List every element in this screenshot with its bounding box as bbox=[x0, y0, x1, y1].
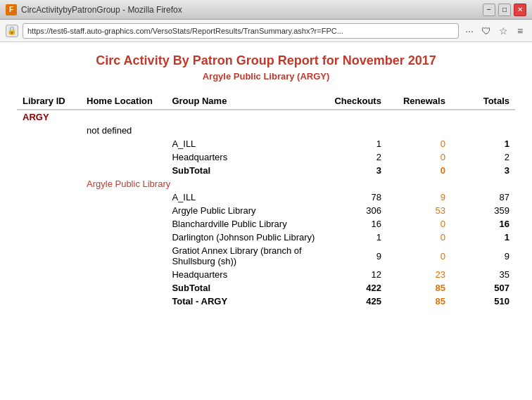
subtotal-label: SubTotal bbox=[166, 164, 323, 177]
renewals-cell: 53 bbox=[387, 204, 451, 217]
title-bar: F CircActivitybyPatronGroup - Mozilla Fi… bbox=[0, 0, 532, 20]
totals-cell: 2 bbox=[451, 150, 515, 164]
more-icon[interactable]: ··· bbox=[463, 25, 476, 37]
home-location-row: not defined bbox=[17, 124, 515, 137]
renewals-cell: 23 bbox=[387, 268, 451, 281]
checkouts-cell: 306 bbox=[323, 204, 387, 217]
report-subtitle: Argyle Public Library (ARGY) bbox=[17, 71, 515, 82]
subtotal-label: SubTotal bbox=[166, 281, 323, 295]
address-bar[interactable]: https://test6-staff.auto-graphics.com/Ve… bbox=[23, 23, 459, 39]
totals-cell: 16 bbox=[451, 217, 515, 231]
table-row: Gratiot Annex Library (branch of Shullsb… bbox=[17, 244, 515, 268]
shield-icon[interactable]: 🛡 bbox=[480, 25, 493, 37]
col-header-group-name: Group Name bbox=[166, 93, 323, 110]
checkouts-cell: 1 bbox=[323, 137, 387, 150]
table-row: Darlington (Johnson Public Library) 1 0 … bbox=[17, 231, 515, 244]
home-location-cell: Argyle Public Library bbox=[81, 177, 515, 191]
navigation-toolbar: 🔒 https://test6-staff.auto-graphics.com/… bbox=[0, 20, 532, 42]
library-id-row: ARGY bbox=[17, 110, 515, 124]
col-header-home-location: Home Location bbox=[81, 93, 166, 110]
renewals-cell: 0 bbox=[387, 137, 451, 150]
group-name-cell: Headquarters bbox=[166, 268, 323, 281]
window-title: CircActivitybyPatronGroup - Mozilla Fire… bbox=[21, 5, 483, 15]
group-name-cell: A_ILL bbox=[166, 191, 323, 204]
total-checkouts: 425 bbox=[323, 295, 387, 308]
group-name-cell: Blanchardville Public Library bbox=[166, 217, 323, 231]
group-name-cell: Darlington (Johnson Public Library) bbox=[166, 231, 323, 244]
totals-cell: 1 bbox=[451, 231, 515, 244]
total-row: Total - ARGY 425 85 510 bbox=[17, 295, 515, 308]
home-location-cell: not defined bbox=[81, 124, 515, 137]
report-table: Library ID Home Location Group Name Chec… bbox=[17, 93, 515, 308]
group-name-cell: Headquarters bbox=[166, 150, 323, 164]
home-location-row: Argyle Public Library bbox=[17, 177, 515, 191]
checkouts-cell: 2 bbox=[323, 150, 387, 164]
toolbar-right-icons: ··· 🛡 ☆ ≡ bbox=[463, 25, 526, 37]
window-controls: − □ ✕ bbox=[483, 4, 526, 16]
bookmark-icon[interactable]: ☆ bbox=[497, 25, 509, 37]
checkouts-cell: 9 bbox=[323, 244, 387, 268]
report-title: Circ Activity By Patron Group Report for… bbox=[17, 53, 515, 68]
table-header-row: Library ID Home Location Group Name Chec… bbox=[17, 93, 515, 110]
app-icon: F bbox=[6, 4, 17, 15]
col-header-checkouts: Checkouts bbox=[323, 93, 387, 110]
totals-cell: 1 bbox=[451, 137, 515, 150]
table-row: Argyle Public Library 306 53 359 bbox=[17, 204, 515, 217]
table-row: A_ILL 1 0 1 bbox=[17, 137, 515, 150]
checkouts-cell: 1 bbox=[323, 231, 387, 244]
col-header-renewals: Renewals bbox=[387, 93, 451, 110]
group-name-cell: Argyle Public Library bbox=[166, 204, 323, 217]
renewals-cell: 0 bbox=[387, 217, 451, 231]
col-header-totals: Totals bbox=[451, 93, 515, 110]
total-label: Total - ARGY bbox=[166, 295, 323, 308]
subtotal-renewals: 85 bbox=[387, 281, 451, 295]
subtotal-row: SubTotal 422 85 507 bbox=[17, 281, 515, 295]
col-header-library-id: Library ID bbox=[17, 93, 81, 110]
renewals-cell: 0 bbox=[387, 150, 451, 164]
renewals-cell: 9 bbox=[387, 191, 451, 204]
total-renewals: 85 bbox=[387, 295, 451, 308]
totals-cell: 87 bbox=[451, 191, 515, 204]
total-totals: 510 bbox=[451, 295, 515, 308]
renewals-cell: 0 bbox=[387, 244, 451, 268]
group-name-cell: Gratiot Annex Library (branch of Shullsb… bbox=[166, 244, 323, 268]
table-row: A_ILL 78 9 87 bbox=[17, 191, 515, 204]
subtotal-row: SubTotal 3 0 3 bbox=[17, 164, 515, 177]
checkouts-cell: 16 bbox=[323, 217, 387, 231]
table-row: Headquarters 12 23 35 bbox=[17, 268, 515, 281]
minimize-button[interactable]: − bbox=[483, 4, 495, 16]
table-row: Blanchardville Public Library 16 0 16 bbox=[17, 217, 515, 231]
close-button[interactable]: ✕ bbox=[514, 4, 526, 16]
renewals-cell: 0 bbox=[387, 231, 451, 244]
table-row: Headquarters 2 0 2 bbox=[17, 150, 515, 164]
menu-icon[interactable]: ≡ bbox=[514, 25, 526, 37]
subtotal-totals: 3 bbox=[451, 164, 515, 177]
subtotal-checkouts: 3 bbox=[323, 164, 387, 177]
group-name-cell: A_ILL bbox=[166, 137, 323, 150]
url-text: https://test6-staff.auto-graphics.com/Ve… bbox=[27, 27, 343, 35]
subtotal-checkouts: 422 bbox=[323, 281, 387, 295]
subtotal-renewals: 0 bbox=[387, 164, 451, 177]
library-id-cell: ARGY bbox=[17, 110, 81, 124]
totals-cell: 35 bbox=[451, 268, 515, 281]
lock-icon: 🔒 bbox=[6, 25, 18, 37]
report-content: Circ Activity By Patron Group Report for… bbox=[0, 42, 532, 319]
checkouts-cell: 78 bbox=[323, 191, 387, 204]
totals-cell: 9 bbox=[451, 244, 515, 268]
maximize-button[interactable]: □ bbox=[498, 4, 511, 16]
checkouts-cell: 12 bbox=[323, 268, 387, 281]
totals-cell: 359 bbox=[451, 204, 515, 217]
subtotal-totals: 507 bbox=[451, 281, 515, 295]
